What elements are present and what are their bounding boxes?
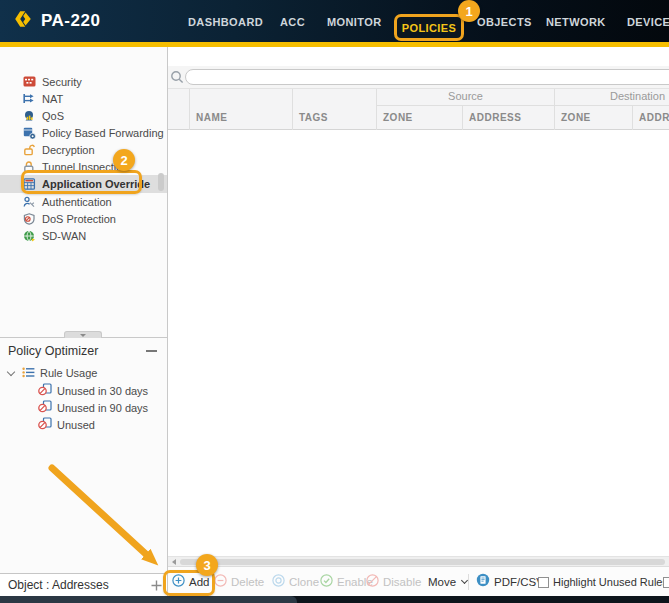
sidebar-item-decryption[interactable]: Decryption bbox=[0, 141, 167, 158]
rule-usage-icon bbox=[22, 364, 35, 382]
nav-monitor[interactable]: MONITOR bbox=[327, 14, 382, 30]
nav-acc[interactable]: ACC bbox=[280, 14, 305, 30]
tunnel-inspection-icon bbox=[23, 160, 36, 173]
chevron-down-icon bbox=[7, 367, 15, 375]
enable-button[interactable]: Enable bbox=[320, 567, 373, 596]
pdf-icon bbox=[476, 573, 490, 591]
status-bar bbox=[0, 596, 669, 603]
header-group-destination: Destination bbox=[555, 89, 669, 106]
header-cell-destination-zone[interactable]: ZONE bbox=[555, 106, 633, 131]
decryption-icon bbox=[23, 143, 36, 156]
collapse-minus-icon[interactable] bbox=[146, 350, 157, 352]
object-selector-bar[interactable]: Object : Addresses bbox=[0, 573, 167, 596]
clipped-right-control[interactable] bbox=[663, 567, 669, 596]
pdf-csv-label: PDF/CSV bbox=[494, 576, 544, 588]
nav-dashboard[interactable]: DASHBOARD bbox=[188, 14, 263, 30]
security-icon bbox=[23, 75, 36, 88]
unused-icon bbox=[38, 399, 52, 417]
sidebar-scrollbar[interactable] bbox=[158, 173, 164, 191]
qos-icon bbox=[23, 109, 36, 122]
header-cell-destination-address[interactable]: ADDRESS bbox=[633, 106, 669, 131]
tree-item-label: Rule Usage bbox=[40, 367, 97, 379]
unused-icon bbox=[38, 382, 52, 400]
table-body-empty bbox=[168, 130, 669, 556]
sidebar-item-policy-based-forwarding[interactable]: Policy Based Forwarding bbox=[0, 124, 167, 141]
column-label: ZONE bbox=[383, 112, 413, 123]
tree-item-unused-30-days[interactable]: Unused in 30 days bbox=[38, 383, 148, 399]
nav-network[interactable]: NETWORK bbox=[546, 14, 606, 30]
pan-os-window: PA-220 DASHBOARD ACC MONITOR POLICIES OB… bbox=[0, 0, 669, 603]
sidebar-item-nat[interactable]: NAT bbox=[0, 90, 167, 107]
move-label: Move bbox=[428, 576, 456, 588]
sidebar-item-label: Authentication bbox=[42, 196, 112, 208]
column-label: ADDRESS bbox=[469, 112, 521, 123]
search-icon bbox=[170, 70, 184, 88]
sidebar-item-label: Decryption bbox=[42, 144, 95, 156]
nav-device[interactable]: DEVICE bbox=[627, 14, 669, 30]
header-cell-empty bbox=[168, 89, 190, 131]
highlight-unused-checkbox[interactable] bbox=[538, 577, 549, 588]
unused-icon bbox=[38, 416, 52, 434]
delete-label: Delete bbox=[231, 576, 264, 588]
dos-protection-icon bbox=[23, 212, 36, 225]
object-selector-label: Object : Addresses bbox=[8, 578, 109, 592]
sidebar-item-security[interactable]: Security bbox=[0, 73, 167, 90]
highlight-unused-label: Highlight Unused Rules bbox=[553, 576, 668, 588]
tree-item-label: Unused bbox=[57, 419, 95, 431]
sidebar-item-label: Security bbox=[42, 76, 82, 88]
sidebar-item-label: Policy Based Forwarding bbox=[42, 127, 164, 139]
group-label: Destination bbox=[555, 90, 669, 102]
clone-button[interactable]: Clone bbox=[272, 567, 319, 596]
column-label: ADDRESS bbox=[639, 112, 669, 123]
group-label: Source bbox=[377, 90, 554, 102]
policy-based-forwarding-icon bbox=[23, 126, 36, 139]
status-bar-left-segment bbox=[0, 596, 297, 603]
sidebar-item-sd-wan[interactable]: SD-WAN bbox=[0, 227, 167, 244]
header-group-source: Source bbox=[377, 89, 555, 106]
horizontal-scrollbar[interactable] bbox=[168, 556, 669, 566]
search-field-frame bbox=[185, 69, 669, 85]
nat-icon bbox=[23, 92, 36, 105]
sd-wan-icon bbox=[23, 229, 36, 242]
add-object-plus-icon[interactable] bbox=[150, 578, 163, 596]
clipped-checkbox[interactable] bbox=[663, 577, 669, 588]
search-bar bbox=[168, 66, 669, 88]
search-input[interactable] bbox=[186, 73, 669, 87]
nav-objects[interactable]: OBJECTS bbox=[477, 14, 532, 30]
sidebar-item-qos[interactable]: QoS bbox=[0, 107, 167, 124]
splitter-handle[interactable] bbox=[64, 331, 102, 338]
add-icon bbox=[172, 573, 185, 591]
scrollbar-thumb[interactable] bbox=[180, 559, 665, 565]
sidebar-item-application-override[interactable]: Application Override bbox=[0, 175, 167, 193]
tree-item-rule-usage[interactable]: Rule Usage bbox=[8, 365, 97, 381]
app-header: PA-220 DASHBOARD ACC MONITOR POLICIES OB… bbox=[0, 0, 669, 42]
sidebar-item-authentication[interactable]: Authentication bbox=[0, 193, 167, 210]
header-cell-name[interactable]: NAME bbox=[190, 89, 293, 131]
bottom-toolbar: Add Delete Clone Enable bbox=[168, 566, 669, 596]
disable-button[interactable]: Disable bbox=[366, 567, 421, 596]
sidebar-item-label: DoS Protection bbox=[42, 213, 116, 225]
clone-icon bbox=[272, 573, 285, 591]
paloalto-logo-icon bbox=[12, 8, 34, 34]
header-cell-source-address[interactable]: ADDRESS bbox=[463, 106, 555, 131]
delete-button[interactable]: Delete bbox=[214, 567, 264, 596]
pdf-csv-button[interactable]: PDF/CSV bbox=[476, 567, 544, 596]
sidebar-item-tunnel-inspection[interactable]: Tunnel Inspection bbox=[0, 158, 167, 175]
column-label: NAME bbox=[196, 112, 227, 123]
header-cell-source-zone[interactable]: ZONE bbox=[377, 106, 463, 131]
tree-item-unused-90-days[interactable]: Unused in 90 days bbox=[38, 400, 148, 416]
header-cell-tags[interactable]: TAGS bbox=[293, 89, 377, 131]
sidebar-item-dos-protection[interactable]: DoS Protection bbox=[0, 210, 167, 227]
enable-icon bbox=[320, 573, 333, 591]
disable-label: Disable bbox=[383, 576, 421, 588]
nav-policies-active-tab[interactable]: POLICIES bbox=[394, 14, 464, 41]
annotation-badge-1: 1 bbox=[458, 0, 480, 22]
scroll-left-arrow-icon[interactable] bbox=[172, 559, 176, 565]
annotation-badge-3: 3 bbox=[196, 554, 218, 576]
highlight-unused-rules-control[interactable]: Highlight Unused Rules bbox=[538, 567, 668, 596]
tree-item-unused[interactable]: Unused bbox=[38, 417, 95, 433]
product-name: PA-220 bbox=[41, 11, 100, 31]
column-label: TAGS bbox=[299, 112, 328, 123]
move-dropdown[interactable]: Move bbox=[428, 567, 467, 596]
sidebar-item-label: SD-WAN bbox=[42, 230, 86, 242]
